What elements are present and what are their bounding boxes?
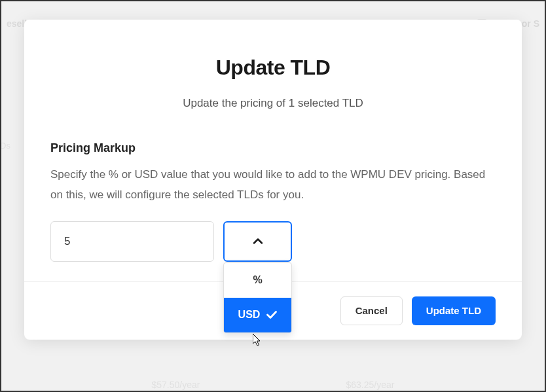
check-icon <box>266 310 277 320</box>
modal-body: Update TLD Update the pricing of 1 selec… <box>24 20 522 281</box>
update-tld-button[interactable]: Update TLD <box>412 296 496 325</box>
cancel-button[interactable]: Cancel <box>340 296 403 325</box>
dropdown-option-usd[interactable]: USD <box>224 298 291 332</box>
modal-overlay: Update TLD Update the pricing of 1 selec… <box>1 1 545 391</box>
markup-input-row: % USD <box>50 221 496 262</box>
dropdown-panel: % USD <box>223 262 292 333</box>
chevron-up-icon <box>253 237 263 246</box>
option-percent-label: % <box>253 274 262 286</box>
update-tld-modal: Update TLD Update the pricing of 1 selec… <box>24 20 522 340</box>
modal-title: Update TLD <box>50 56 496 80</box>
pricing-markup-heading: Pricing Markup <box>50 141 496 155</box>
dropdown-trigger[interactable] <box>223 221 292 262</box>
pricing-markup-description: Specify the % or USD value that you woul… <box>50 164 496 205</box>
modal-subtitle: Update the pricing of 1 selected TLD <box>50 97 496 110</box>
markup-value-input[interactable] <box>50 221 214 262</box>
dropdown-option-percent[interactable]: % <box>224 263 291 298</box>
option-usd-label: USD <box>238 309 261 321</box>
markup-unit-dropdown: % USD <box>223 221 292 262</box>
